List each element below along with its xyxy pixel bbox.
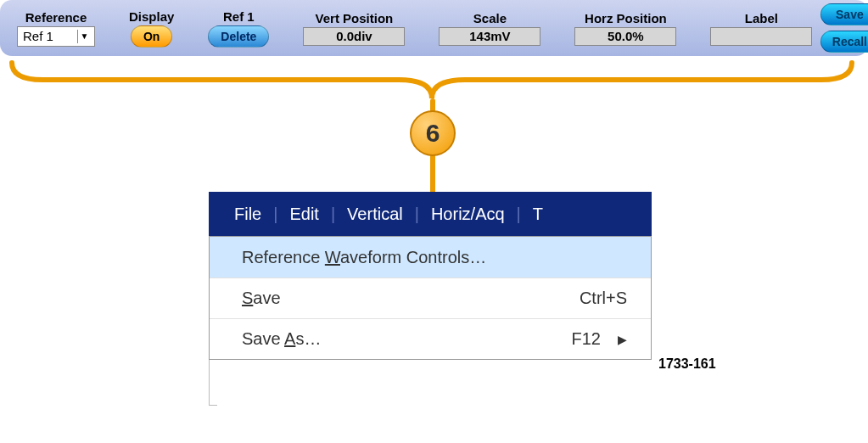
menu-item-label: Save As…	[242, 329, 321, 349]
horz-position-field[interactable]: 50.0%	[574, 27, 676, 46]
menubar: File| Edit| Vertical| Horiz/Acq| T	[209, 192, 652, 236]
scale-field[interactable]: 143mV	[439, 27, 540, 46]
menu-item-shortcut: Ctrl+S	[580, 289, 636, 308]
menu-file[interactable]: File	[222, 205, 273, 224]
display-label: Display	[129, 9, 174, 24]
menu-horizacq[interactable]: Horiz/Acq	[419, 205, 517, 224]
chevron-down-icon[interactable]: ▼	[77, 30, 91, 43]
ref1-label: Ref 1	[223, 9, 255, 24]
right-buttons: Save Recall	[820, 3, 868, 53]
horz-position-label: Horz Position	[585, 11, 667, 25]
menu-item-ref-waveform-controls[interactable]: Reference Waveform Controls…	[210, 237, 651, 278]
scale-label: Scale	[473, 11, 507, 25]
vert-position-field[interactable]: 0.0div	[303, 27, 405, 46]
menu-edit[interactable]: Edit	[277, 205, 330, 224]
file-dropdown: Reference Waveform Controls… Save Ctrl+S…	[209, 236, 652, 360]
vert-position-label: Vert Position	[316, 11, 394, 25]
menu-item-save[interactable]: Save Ctrl+S	[210, 278, 651, 318]
submenu-arrow-icon: ▶	[618, 333, 627, 346]
reference-toolbar: Reference Ref 1 ▼ Display On Ref 1 Delet…	[0, 0, 868, 56]
menu-window: File| Edit| Vertical| Horiz/Acq| T Refer…	[209, 192, 652, 360]
vert-position-group: Vert Position 0.0div	[303, 11, 405, 46]
label-label: Label	[745, 11, 778, 25]
horz-position-group: Horz Position 50.0%	[574, 11, 676, 46]
callout-brace	[8, 59, 855, 100]
reference-group: Reference Ref 1 ▼	[17, 10, 95, 47]
figure-id: 1733-161	[658, 356, 716, 372]
menu-vertical[interactable]: Vertical	[335, 205, 415, 224]
label-field[interactable]	[710, 27, 812, 46]
menu-item-save-as[interactable]: Save As… F12 ▶	[210, 318, 651, 359]
ref1-group: Ref 1 Delete	[208, 9, 269, 48]
scale-group: Scale 143mV	[439, 11, 540, 46]
reference-value: Ref 1	[23, 29, 53, 43]
callout-number: 6	[410, 110, 456, 156]
delete-button[interactable]: Delete	[208, 25, 269, 48]
menu-item-shortcut: F12 ▶	[572, 329, 636, 349]
reference-label: Reference	[25, 10, 87, 25]
recall-button[interactable]: Recall	[820, 31, 868, 53]
label-group: Label	[710, 11, 812, 46]
menu-item-label: Reference Waveform Controls…	[242, 248, 486, 267]
reference-select[interactable]: Ref 1 ▼	[17, 26, 95, 47]
menu-item-label: Save	[242, 289, 281, 308]
display-on-button[interactable]: On	[131, 25, 172, 48]
save-button[interactable]: Save	[820, 3, 868, 25]
display-group: Display On	[129, 9, 174, 48]
menu-t[interactable]: T	[521, 205, 555, 224]
